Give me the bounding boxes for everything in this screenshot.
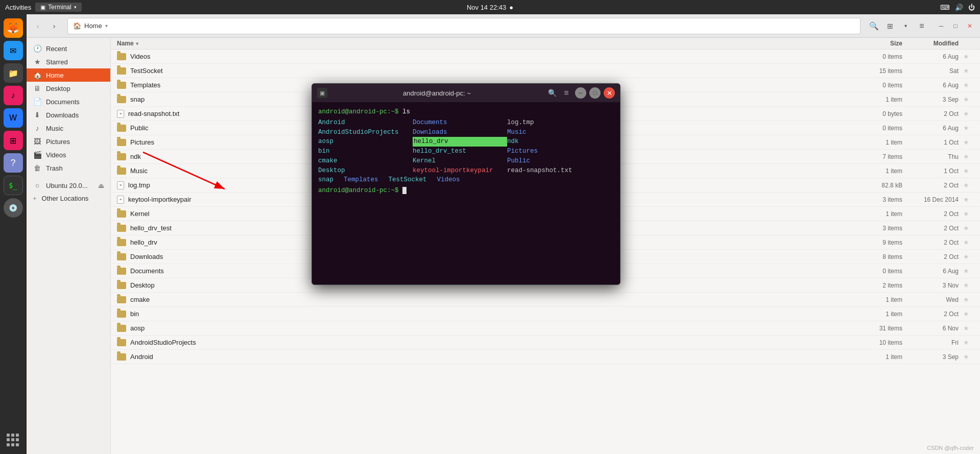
file-star[interactable]: ★	[959, 210, 974, 218]
address-bar[interactable]: 🏠 Home ▾	[67, 18, 861, 34]
search-button[interactable]: 🔍	[867, 19, 881, 33]
home-icon: 🏠	[73, 22, 81, 30]
file-name-cell: cmake	[117, 296, 862, 303]
file-star[interactable]: ★	[959, 224, 974, 232]
file-name: Pictures	[130, 138, 154, 146]
file-star[interactable]: ★	[959, 253, 974, 260]
window-buttons: ─ □ ✕	[935, 20, 976, 32]
term-entry-log: log.tmp	[507, 118, 602, 128]
file-star[interactable]: ★	[959, 296, 974, 303]
file-star[interactable]: ★	[959, 124, 974, 132]
sidebar-item-pictures[interactable]: 🖼 Pictures	[27, 135, 110, 148]
terminal-maximize-button[interactable]: □	[589, 87, 601, 99]
sidebar-item-desktop[interactable]: 🖥 Desktop	[27, 82, 110, 95]
dock-dvd[interactable]: 💿	[4, 198, 23, 218]
back-button[interactable]: ‹	[31, 19, 45, 33]
folder-icon	[117, 296, 126, 303]
file-name: cmake	[130, 296, 150, 303]
menu-button[interactable]: ≡	[915, 19, 929, 33]
file-row[interactable]: cmake 1 item Wed ★	[111, 293, 980, 307]
file-row[interactable]: Videos 0 items 6 Aug ★	[111, 50, 980, 64]
sidebar-item-ubuntu[interactable]: ○ Ubuntu 20.0... ⏏	[27, 179, 110, 192]
file-star[interactable]: ★	[959, 53, 974, 60]
folder-icon	[117, 239, 126, 246]
file-size: 1 item	[862, 139, 907, 146]
file-star[interactable]: ★	[959, 324, 974, 332]
terminal-menu-button[interactable]: ≡	[561, 87, 572, 99]
file-row[interactable]: bin 1 item 2 Oct ★	[111, 307, 980, 321]
dock-terminal[interactable]: $_	[4, 176, 23, 195]
terminal-prompt-2: android@android-pc:~$	[318, 187, 402, 194]
terminal-tab[interactable]: ▣ Terminal ▾	[35, 3, 81, 12]
file-row[interactable]: Android 1 item 3 Sep ★	[111, 350, 980, 364]
file-row[interactable]: aosp 31 items 6 Nov ★	[111, 321, 980, 336]
terminal-title-text: android@android-pc: ~	[331, 89, 542, 97]
file-name: hello_drv_test	[130, 224, 172, 232]
file-star[interactable]: ★	[959, 196, 974, 203]
home-sidebar-icon: 🏠	[33, 71, 42, 79]
dock-rhythmbox[interactable]: ♪	[4, 86, 23, 105]
terminal-window[interactable]: ▣ android@android-pc: ~ 🔍 ≡ ─ □ ✕ androi…	[312, 83, 620, 285]
close-button[interactable]: ✕	[964, 20, 976, 32]
sidebar-item-starred[interactable]: ★ Starred	[27, 55, 110, 68]
activities-button[interactable]: Activities	[5, 4, 31, 11]
file-star[interactable]: ★	[959, 339, 974, 346]
file-star[interactable]: ★	[959, 81, 974, 89]
sidebar-item-other-locations[interactable]: + Other Locations	[27, 192, 110, 205]
terminal-col-1: Android AndroidStudioProjects aosp bin c…	[318, 118, 413, 176]
eject-icon[interactable]: ⏏	[98, 182, 104, 189]
file-star[interactable]: ★	[959, 67, 974, 75]
col-modified-header[interactable]: Modified	[907, 40, 959, 47]
file-star[interactable]: ★	[959, 267, 974, 275]
file-modified: 6 Aug	[907, 53, 959, 60]
view-chevron[interactable]: ▾	[898, 19, 913, 33]
maximize-button[interactable]: □	[949, 20, 962, 32]
terminal-search-button[interactable]: 🔍	[546, 87, 558, 99]
file-star[interactable]: ★	[959, 138, 974, 146]
terminal-prompt-1: android@android-pc:~$	[318, 108, 402, 115]
col-size-header[interactable]: Size	[862, 40, 907, 47]
dock-files[interactable]: 📁	[4, 63, 23, 83]
keyboard-icon[interactable]: ⌨	[940, 4, 950, 11]
file-star[interactable]: ★	[959, 167, 974, 175]
sidebar-item-home[interactable]: 🏠 Home	[27, 68, 110, 82]
minimize-button[interactable]: ─	[935, 20, 947, 32]
term-entry-documents: Documents	[413, 118, 507, 128]
dock-firefox[interactable]: 🦊	[4, 18, 23, 38]
dock-snap-store[interactable]: ⊞	[4, 131, 23, 150]
dock-email[interactable]: ✉	[4, 41, 23, 60]
power-icon[interactable]: ⏻	[968, 4, 975, 11]
sidebar-item-music[interactable]: ♪ Music	[27, 122, 110, 135]
file-size: 1 item	[862, 296, 907, 303]
file-row[interactable]: AndroidStudioProjects 10 items Fri ★	[111, 336, 980, 350]
file-star[interactable]: ★	[959, 353, 974, 361]
terminal-titlebar-buttons: 🔍 ≡ ─ □ ✕	[546, 87, 615, 99]
folder-icon	[117, 153, 126, 160]
file-star[interactable]: ★	[959, 110, 974, 117]
file-row[interactable]: TestSocket 15 items Sat ★	[111, 64, 980, 78]
col-name-header[interactable]: Name ▾	[117, 40, 862, 47]
sidebar-item-documents[interactable]: 📄 Documents	[27, 95, 110, 108]
term-entry-videos: Videos	[437, 175, 460, 185]
grid-view-button[interactable]: ⊞	[883, 19, 897, 33]
file-icon: ≡	[117, 196, 124, 204]
terminal-close-button[interactable]: ✕	[604, 87, 615, 99]
sidebar-item-trash[interactable]: 🗑 Trash	[27, 161, 110, 175]
file-star[interactable]: ★	[959, 238, 974, 246]
sidebar-item-videos[interactable]: 🎬 Videos	[27, 148, 110, 161]
file-star[interactable]: ★	[959, 281, 974, 289]
dock-writer[interactable]: W	[4, 108, 23, 128]
file-modified: 16 Dec 2014	[907, 196, 959, 203]
file-star[interactable]: ★	[959, 95, 974, 103]
sidebar-item-recent[interactable]: 🕐 Recent	[27, 42, 110, 55]
volume-icon[interactable]: 🔊	[955, 4, 963, 11]
terminal-minimize-button[interactable]: ─	[575, 87, 586, 99]
file-star[interactable]: ★	[959, 181, 974, 189]
terminal-body[interactable]: android@android-pc:~$ ls Android Android…	[312, 102, 620, 284]
dock-help[interactable]: ?	[4, 153, 23, 173]
file-star[interactable]: ★	[959, 310, 974, 318]
file-star[interactable]: ★	[959, 153, 974, 160]
sidebar-item-downloads[interactable]: ⬇ Downloads	[27, 108, 110, 122]
dock-apps-grid[interactable]	[4, 431, 23, 450]
forward-button[interactable]: ›	[47, 19, 61, 33]
